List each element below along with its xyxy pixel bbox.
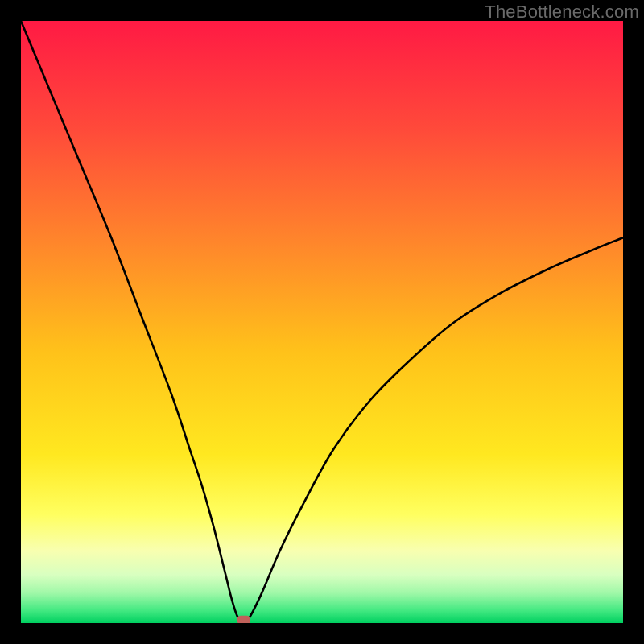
chart-frame: TheBottleneck.com	[0, 0, 644, 644]
plot-area	[21, 21, 623, 623]
curve-layer	[21, 21, 623, 623]
bottleneck-curve	[21, 21, 623, 623]
optimal-point-marker	[237, 616, 250, 623]
watermark-text: TheBottleneck.com	[485, 2, 639, 23]
